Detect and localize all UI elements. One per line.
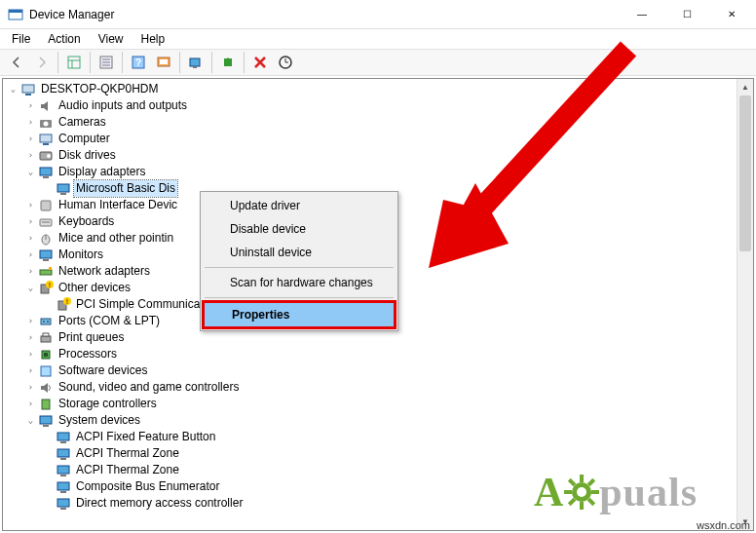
expander-icon[interactable]: › <box>24 197 37 213</box>
forward-button[interactable] <box>30 51 54 74</box>
svg-point-45 <box>43 321 45 323</box>
expander-icon[interactable]: › <box>24 362 37 379</box>
vertical-scrollbar[interactable]: ▲ ▼ <box>737 79 753 530</box>
warning-device-icon: ! <box>38 281 54 296</box>
expander-icon[interactable]: › <box>24 396 37 412</box>
expander-icon[interactable]: › <box>24 213 37 230</box>
tree-item[interactable]: › Audio inputs and outputs <box>7 97 737 114</box>
network-icon <box>38 264 54 280</box>
expander-icon[interactable]: › <box>24 230 37 247</box>
tree-item[interactable]: ACPI Fixed Feature Button <box>7 429 737 445</box>
svg-rect-21 <box>40 134 52 142</box>
expander-icon[interactable]: › <box>24 97 37 114</box>
expander-icon[interactable]: › <box>24 379 37 396</box>
expander-icon[interactable]: › <box>24 247 37 263</box>
scroll-thumb[interactable] <box>739 95 751 251</box>
svg-rect-44 <box>41 319 51 324</box>
storage-icon <box>38 397 54 412</box>
tree-item[interactable]: › Sound, video and game controllers <box>7 379 737 396</box>
logo-letter: A <box>534 469 564 515</box>
svg-rect-53 <box>40 416 52 424</box>
update-driver-button[interactable] <box>274 51 297 74</box>
expander-icon[interactable]: › <box>24 263 37 280</box>
display-icon <box>38 165 54 180</box>
svg-rect-18 <box>25 94 31 95</box>
scan-hardware-button[interactable] <box>184 51 208 74</box>
app-icon <box>8 7 23 22</box>
warning-device-icon: ! <box>56 297 71 313</box>
devices-button[interactable] <box>152 51 175 74</box>
expander-icon[interactable]: › <box>24 114 37 131</box>
tree-item[interactable]: ACPI Thermal Zone <box>7 445 737 462</box>
expander-icon[interactable]: ⌄ <box>24 412 37 429</box>
help-button[interactable]: ? <box>127 51 150 74</box>
show-hide-console-tree-button[interactable] <box>62 51 86 74</box>
tree-item[interactable]: › Software devices <box>7 362 737 379</box>
expander-icon[interactable]: › <box>24 313 37 329</box>
properties-button[interactable] <box>94 51 118 74</box>
computer-icon <box>38 132 54 147</box>
toolbar: ? <box>0 49 756 76</box>
menu-help[interactable]: Help <box>133 30 173 48</box>
tree-item-display-adapters[interactable]: ⌄ Display adapters <box>7 164 737 180</box>
system-icon <box>38 413 54 429</box>
svg-rect-26 <box>43 176 49 178</box>
svg-rect-63 <box>57 499 69 507</box>
logo-text: puals <box>599 469 698 515</box>
minimize-button[interactable]: — <box>620 0 664 29</box>
menu-view[interactable]: View <box>91 30 132 48</box>
context-menu-scan-hardware[interactable]: Scan for hardware changes <box>203 271 396 294</box>
svg-rect-29 <box>41 201 51 210</box>
sound-icon <box>38 380 54 396</box>
tree-item[interactable]: › Storage controllers <box>7 396 737 412</box>
menu-bar: File Action View Help <box>0 29 756 49</box>
tree-item[interactable]: › Cameras <box>7 114 737 131</box>
svg-rect-17 <box>22 85 34 93</box>
tree-item-system-devices[interactable]: ⌄ System devices <box>7 412 737 429</box>
context-menu: Update driver Disable device Uninstall d… <box>200 191 398 331</box>
svg-rect-55 <box>57 433 69 440</box>
context-menu-properties[interactable]: Properties <box>205 303 394 326</box>
expander-icon[interactable]: › <box>24 346 37 362</box>
expander-icon[interactable]: ⌄ <box>24 164 37 180</box>
svg-point-74 <box>577 487 586 497</box>
context-menu-uninstall-device[interactable]: Uninstall device <box>203 241 396 264</box>
keyboard-icon <box>38 214 54 230</box>
back-button[interactable] <box>5 51 28 74</box>
menu-action[interactable]: Action <box>40 30 88 48</box>
expander-icon[interactable]: › <box>24 147 37 164</box>
svg-rect-14 <box>193 66 197 68</box>
expander-icon[interactable]: ⌄ <box>7 81 19 97</box>
add-legacy-hardware-button[interactable] <box>216 51 240 74</box>
watermark-text: wsxdn.com <box>697 519 750 531</box>
expander-icon[interactable]: › <box>24 329 37 346</box>
svg-text:!: ! <box>49 282 51 288</box>
title-bar: Device Manager — ☐ ✕ <box>0 0 756 29</box>
context-menu-disable-device[interactable]: Disable device <box>203 217 396 241</box>
svg-point-46 <box>47 321 49 323</box>
expander-icon[interactable]: ⌄ <box>24 280 37 296</box>
svg-rect-52 <box>42 400 50 409</box>
tree-item[interactable]: › Computer <box>7 131 737 147</box>
uninstall-button[interactable] <box>248 51 272 74</box>
tree-root[interactable]: ⌄ DESKTOP-QKP0HDM <box>7 81 737 97</box>
expander-icon[interactable]: › <box>24 131 37 147</box>
window-title: Device Manager <box>29 8 114 21</box>
tree-item[interactable]: › Disk drives <box>7 147 737 164</box>
svg-text:!: ! <box>66 298 68 305</box>
tree-item[interactable]: › Processors <box>7 346 737 362</box>
maximize-button[interactable]: ☐ <box>664 0 709 29</box>
tree-item[interactable]: › Print queues <box>7 329 737 346</box>
system-icon <box>56 479 71 495</box>
menu-file[interactable]: File <box>4 30 38 48</box>
context-menu-update-driver[interactable]: Update driver <box>203 194 396 217</box>
svg-rect-28 <box>60 193 66 195</box>
highlight-box: Properties <box>202 300 397 329</box>
svg-rect-57 <box>57 449 69 457</box>
close-button[interactable]: ✕ <box>709 0 754 29</box>
svg-rect-36 <box>40 270 52 275</box>
svg-rect-58 <box>60 458 66 460</box>
svg-rect-69 <box>591 490 599 494</box>
speaker-icon <box>38 98 54 114</box>
scroll-up-icon[interactable]: ▲ <box>737 79 753 95</box>
